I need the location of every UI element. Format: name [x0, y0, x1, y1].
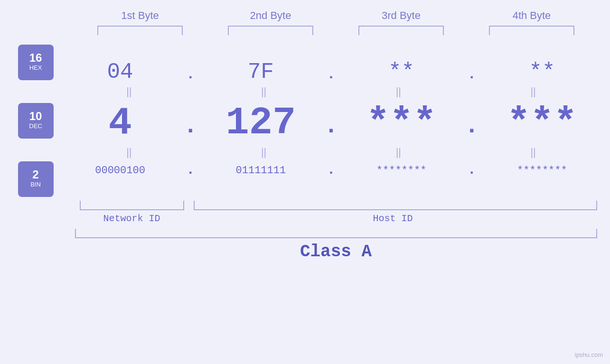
dec-cell-1: 4: [68, 101, 172, 145]
equal-signs-2: || || || ||: [62, 146, 601, 159]
dec-dot-2: .: [326, 112, 336, 145]
dec-dot-3: .: [467, 112, 477, 145]
bin-value-4: ********: [517, 165, 567, 177]
class-label-row: Class A: [75, 242, 597, 261]
dec-value-2: 127: [226, 101, 296, 145]
bin-dot-2: .: [326, 162, 336, 180]
eq-2-3: ||: [346, 146, 450, 159]
class-bracket: [75, 229, 597, 238]
class-bracket-row: [75, 229, 597, 238]
bin-value-3: ********: [376, 165, 427, 177]
dec-row: 4 . 127 . *** . ***: [62, 101, 601, 145]
eq-1-3: ||: [346, 85, 450, 98]
badge-dec-label: DEC: [29, 122, 42, 131]
watermark: ipshu.com: [575, 351, 603, 358]
eq-1-4: ||: [481, 85, 585, 98]
badge-bin-label: BIN: [30, 180, 41, 189]
bin-cell-1: 00000100: [68, 165, 172, 177]
eq-2-2: ||: [212, 146, 316, 159]
host-id-label: Host ID: [189, 213, 597, 224]
hex-dot-1: .: [186, 66, 195, 84]
bracket-top-1: [97, 26, 183, 35]
network-id-label: Network ID: [75, 213, 189, 224]
bin-cell-4: ********: [490, 165, 594, 177]
class-label: Class A: [300, 242, 372, 261]
id-labels: Network ID Host ID: [75, 213, 597, 224]
dec-cell-3: ***: [349, 101, 454, 145]
bracket-top-3: [358, 26, 444, 35]
hex-value-3: **: [388, 60, 414, 84]
hex-cell-3: **: [349, 60, 454, 84]
bin-row: 00000100 . 01111111 . ******** . *******…: [62, 162, 601, 180]
byte-labels-row: 1st Byte 2nd Byte 3rd Byte 4th Byte: [75, 9, 597, 22]
bracket-top-2: [228, 26, 313, 35]
badge-dec-num: 10: [29, 111, 42, 122]
badge-bin: 2 BIN: [18, 161, 54, 197]
badge-hex-num: 16: [29, 52, 42, 64]
byte-label-1: 1st Byte: [88, 9, 192, 22]
badge-bin-num: 2: [32, 169, 38, 180]
equal-signs-1: || || || ||: [62, 85, 601, 98]
bottom-section: Network ID Host ID: [75, 201, 597, 224]
hex-cell-1: 04: [68, 60, 172, 84]
badge-hex: 16 HEX: [18, 45, 54, 80]
hex-cell-4: **: [490, 60, 594, 84]
byte-label-4: 4th Byte: [479, 9, 584, 22]
hex-dot-2: .: [326, 66, 336, 84]
hex-value-2: 7F: [248, 60, 274, 84]
bin-value-2: 01111111: [236, 165, 286, 177]
eq-2-4: ||: [481, 146, 585, 159]
dec-cell-2: 127: [208, 101, 313, 145]
eq-1-2: ||: [212, 85, 316, 98]
badge-hex-label: HEX: [29, 64, 42, 72]
bracket-host: [194, 201, 597, 210]
byte-label-2: 2nd Byte: [218, 9, 323, 22]
byte-label-3: 3rd Byte: [349, 9, 453, 22]
hex-dot-3: .: [467, 66, 477, 84]
badges-column: 16 HEX 10 DEC 2 BIN: [0, 40, 62, 197]
hex-row: 04 . 7F . ** . **: [62, 60, 601, 84]
hex-cell-2: 7F: [208, 60, 313, 84]
dec-dot-1: .: [186, 112, 195, 145]
top-brackets: [75, 26, 597, 35]
bracket-network: [80, 201, 184, 210]
main-container: 1st Byte 2nd Byte 3rd Byte 4th Byte 16 H…: [0, 0, 610, 364]
hex-value-4: **: [529, 60, 555, 84]
main-grid: 16 HEX 10 DEC 2 BIN 04 . 7F: [0, 40, 610, 197]
bin-cell-3: ********: [349, 165, 454, 177]
eq-2-1: ||: [77, 146, 181, 159]
dec-cell-4: ***: [490, 101, 594, 145]
dec-value-1: 4: [108, 101, 131, 145]
dec-value-3: ***: [366, 101, 437, 145]
badge-dec: 10 DEC: [18, 103, 54, 139]
bin-value-1: 00000100: [95, 165, 145, 177]
bracket-top-4: [489, 26, 574, 35]
bottom-brackets: [75, 201, 597, 210]
eq-1-1: ||: [77, 85, 181, 98]
hex-value-1: 04: [107, 60, 133, 84]
bin-dot-3: .: [467, 162, 477, 180]
bin-dot-1: .: [186, 162, 195, 180]
dec-value-4: ***: [507, 101, 577, 145]
bin-cell-2: 01111111: [208, 165, 313, 177]
data-area: 04 . 7F . ** . ** || || || ||: [62, 57, 610, 180]
